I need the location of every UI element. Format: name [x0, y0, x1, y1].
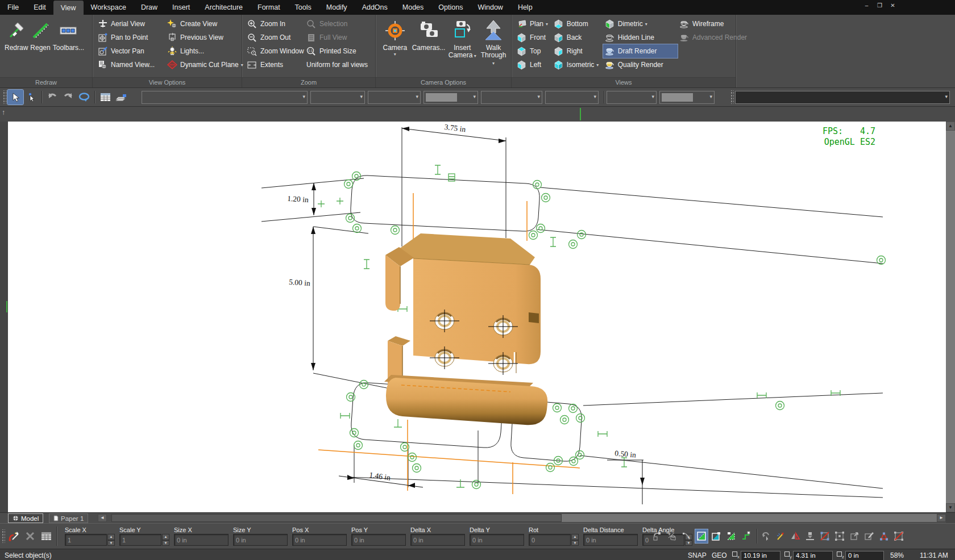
hscroll-right-button[interactable]: ► — [937, 514, 946, 522]
menu-item-tools[interactable]: Tools — [288, 0, 319, 15]
z-coordinate-field[interactable]: 0 in — [845, 551, 884, 560]
walk-through-caret[interactable]: ▾ — [492, 61, 495, 66]
printed-size-button[interactable]: 1:1Printed Size — [305, 44, 373, 58]
view-front-button[interactable]: Front — [515, 31, 552, 44]
cancel-selection-icon[interactable] — [23, 529, 38, 544]
view-isometric-button[interactable]: Isometric — [552, 58, 603, 72]
dim-height[interactable]: 5.00 in — [289, 278, 311, 288]
menu-item-options[interactable]: Options — [431, 0, 470, 15]
view-dimetric-button[interactable]: Dimetric — [603, 17, 678, 31]
hscroll-thumb[interactable] — [111, 514, 562, 522]
toolbar-grip[interactable] — [2, 90, 6, 104]
tab-model[interactable]: Model — [8, 513, 43, 523]
walk-through-button[interactable]: Walk Through ▾ — [479, 17, 508, 80]
menu-item-file[interactable]: File — [0, 0, 26, 15]
insert-camera-caret[interactable]: ▾ — [472, 53, 476, 58]
redo-button[interactable] — [60, 90, 76, 105]
selection-info-icon[interactable] — [39, 529, 53, 544]
menu-item-addons[interactable]: AddOns — [355, 0, 395, 15]
menu-item-window[interactable]: Window — [470, 0, 510, 15]
coordinate-combo[interactable] — [735, 91, 950, 104]
insert-camera-button[interactable]: Insert Camera ▾ — [447, 17, 477, 80]
dynamic-cut-plane-button[interactable]: Dynamic Cut Plane — [165, 58, 239, 72]
view-plan-button[interactable]: Plan — [515, 17, 552, 31]
property-combo-1[interactable] — [142, 91, 308, 104]
canvas-hscrollbar[interactable] — [111, 514, 937, 522]
view-right-button[interactable]: Right — [552, 44, 603, 58]
workspace-sheets-button[interactable] — [113, 90, 129, 105]
zoom-selection-button[interactable]: Selection — [305, 17, 373, 31]
field-spinner[interactable]: ▲▼ — [571, 534, 579, 546]
view-left-button[interactable]: Left — [515, 58, 552, 72]
tab-scroll-left-button[interactable]: ◄ — [98, 514, 107, 522]
property-combo-4[interactable] — [423, 91, 478, 104]
lights-button[interactable]: Lights... — [165, 44, 239, 58]
toolbars-button[interactable]: Toolbars... — [53, 17, 84, 80]
no-bounds-tool-icon[interactable] — [819, 529, 831, 543]
reset-rotation-tool-icon[interactable] — [759, 529, 772, 543]
dim-edge-offset[interactable]: 0.50 in — [614, 449, 637, 459]
view-back-button[interactable]: Back — [552, 31, 603, 44]
field-input[interactable]: 0 in — [410, 534, 465, 546]
combo-grip[interactable] — [730, 90, 734, 104]
view-top-button[interactable]: Top — [515, 44, 552, 58]
select-3d-mode-icon[interactable] — [710, 529, 723, 543]
named-view-button[interactable]: Named View... — [96, 58, 165, 72]
zoom-out-button[interactable]: Zoom Out — [246, 31, 305, 44]
zoom-in-button[interactable]: Zoom In — [246, 17, 305, 31]
select-facet-mode-icon[interactable] — [725, 529, 737, 543]
press-align-tool-icon[interactable] — [804, 529, 816, 543]
facet-toggle-tool-icon[interactable] — [666, 529, 678, 543]
menu-item-workspace[interactable]: Workspace — [84, 0, 134, 15]
select-tool-button[interactable] — [7, 90, 23, 105]
full-view-button[interactable]: Full View — [305, 31, 373, 44]
redraw-button[interactable]: Redraw — [5, 17, 28, 80]
inspector-grip[interactable] — [1, 529, 5, 543]
hidden-line-button[interactable]: Hidden Line — [603, 31, 678, 44]
menu-item-draw[interactable]: Draw — [134, 0, 165, 15]
property-combo-3[interactable] — [368, 91, 421, 104]
quality-render-button[interactable]: Quality Render — [603, 58, 678, 72]
vscroll-down-button[interactable]: ▼ — [946, 503, 955, 512]
geo-toggle[interactable]: GEO — [712, 551, 727, 559]
field-input[interactable]: 1 — [119, 534, 161, 546]
field-input[interactable]: 0 in — [470, 534, 524, 546]
mirror-tool-icon[interactable] — [789, 529, 802, 543]
zoom-window-button[interactable]: Zoom Window — [246, 44, 305, 58]
field-input[interactable]: 1 — [65, 534, 107, 546]
property-combo-2[interactable] — [310, 91, 365, 104]
view-bottom-button[interactable]: Bottom — [552, 17, 603, 31]
selection-handles-tool-icon[interactable] — [833, 529, 846, 543]
y-coordinate-field[interactable]: 4.31 in — [793, 551, 833, 560]
zoom-extents-button[interactable]: Extents — [246, 58, 305, 72]
modify-wand-tool-icon[interactable] — [774, 529, 787, 543]
field-input[interactable]: 0 in — [583, 534, 638, 546]
select-2d-mode-icon[interactable] — [695, 529, 708, 543]
menu-item-insert[interactable]: Insert — [165, 0, 197, 15]
deform-nodes-tool-icon[interactable] — [878, 529, 890, 543]
x-coordinate-field[interactable]: 10.19 in — [741, 551, 780, 560]
camera-dropdown-caret[interactable]: ▾ — [380, 52, 410, 57]
node-snap-tool-icon[interactable] — [680, 529, 693, 543]
previous-view-button[interactable]: Previous View — [165, 31, 239, 44]
property-combo-7[interactable] — [607, 91, 657, 104]
advanced-render-button[interactable]: Advanced Render — [678, 31, 733, 44]
select-chain-mode-icon[interactable] — [740, 529, 752, 543]
camera-button[interactable]: Camera ▾ — [380, 17, 410, 80]
dim-flange-width[interactable]: 1.20 in — [287, 194, 309, 204]
pan-to-point-button[interactable]: Pan to Point — [96, 31, 165, 44]
field-input[interactable]: 0 — [529, 534, 571, 546]
dim-top-width[interactable]: 3.75 in — [444, 123, 466, 133]
menu-item-architecture[interactable]: Architecture — [197, 0, 250, 15]
aerial-view-button[interactable]: Aerial View — [96, 17, 165, 31]
menu-item-modes[interactable]: Modes — [395, 0, 431, 15]
menu-item-edit[interactable]: Edit — [26, 0, 53, 15]
vector-pan-button[interactable]: Vector Pan — [96, 44, 165, 58]
property-combo-8[interactable] — [659, 91, 715, 104]
field-input[interactable]: 0 in — [174, 534, 229, 546]
select-loop-button[interactable] — [76, 90, 92, 105]
node-edit-tool-button[interactable] — [23, 90, 39, 105]
close-button[interactable]: ✕ — [888, 1, 897, 10]
menu-item-view[interactable]: View — [53, 1, 84, 15]
menu-item-modify[interactable]: Modify — [319, 0, 355, 15]
